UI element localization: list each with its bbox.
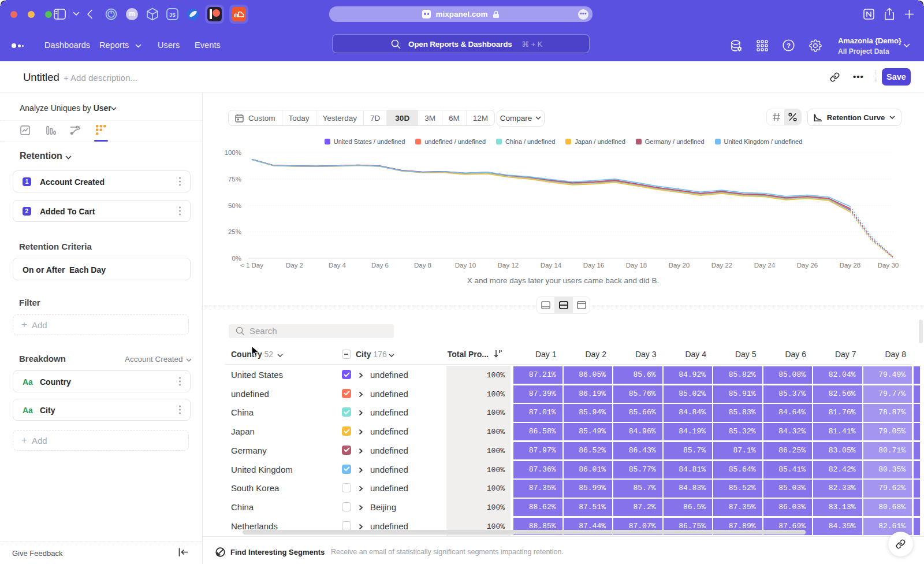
svg-text:JS: JS <box>169 12 176 18</box>
svg-text:Day 28: Day 28 <box>840 262 860 269</box>
svg-text:75%: 75% <box>228 176 241 183</box>
svg-text:Day 22: Day 22 <box>711 262 732 269</box>
svg-text:Day 4: Day 4 <box>329 262 346 269</box>
svg-text:Day 8: Day 8 <box>414 262 431 269</box>
svg-text:Day 12: Day 12 <box>498 262 519 269</box>
svg-text:25%: 25% <box>228 228 241 235</box>
svg-text:Day 26: Day 26 <box>797 262 818 269</box>
svg-text:0%: 0% <box>232 255 241 262</box>
svg-text:Day 24: Day 24 <box>754 262 776 269</box>
svg-text:Day 18: Day 18 <box>626 262 647 269</box>
svg-text:Day 16: Day 16 <box>583 262 604 269</box>
svg-text:Day 14: Day 14 <box>541 262 562 269</box>
svg-text:Day 10: Day 10 <box>455 262 476 269</box>
svg-text:100%: 100% <box>225 149 241 156</box>
svg-text:Day 30: Day 30 <box>878 262 899 269</box>
svg-text:< 1 Day: < 1 Day <box>240 262 263 269</box>
svg-text:Day 20: Day 20 <box>669 262 690 269</box>
svg-text:Day 2: Day 2 <box>286 262 303 269</box>
svg-text:Day 6: Day 6 <box>371 262 389 269</box>
svg-text:?: ? <box>787 42 791 49</box>
svg-text:X and more days later your use: X and more days later your users came ba… <box>467 276 659 285</box>
svg-text:50%: 50% <box>228 202 241 209</box>
